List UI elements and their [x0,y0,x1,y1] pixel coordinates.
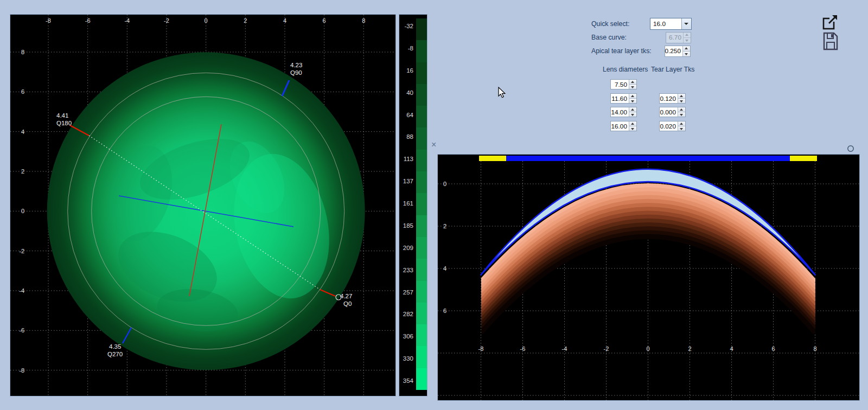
colorbar-scale [416,18,427,390]
lens-diameter-value-2: 11.60 [611,95,627,102]
tear-layer-spinner-1[interactable]: 0.120 [659,93,686,104]
spin-down-button[interactable] [629,85,636,89]
dropdown-arrow-button[interactable] [681,18,691,29]
spin-up-button[interactable] [629,80,636,85]
cross-x-tick-label: 2 [688,345,691,352]
cross-x-tick-label: 4 [730,345,733,352]
annotation-value: 4.35 [109,343,123,351]
diameter-bar-blue [506,156,790,161]
spin-up-button[interactable] [629,94,636,99]
apical-tear-layer-value: 0.250 [665,47,681,55]
annotation-value: 4.23 [290,62,302,69]
topo-y-tick-label: 2 [21,168,24,175]
lens-diameter-spinner-3[interactable]: 14.00 [610,107,637,117]
topography-map-panel[interactable]: -8-6-4-20246886420-2-4-6-8 [10,14,396,396]
lens-diameter-value-3: 14.00 [611,108,627,116]
colorbar-tick-label: 64 [406,112,413,118]
topo-y-tick-label: 8 [21,49,24,55]
spin-up-button[interactable] [682,46,690,52]
spin-up-button[interactable] [629,121,636,126]
spin-down-button[interactable] [629,112,636,117]
spin-down-button [683,38,691,43]
annotation-q0: 4.27 Q0 [340,293,352,308]
colorbar-tick-label: 16 [406,67,413,74]
topo-x-tick-label: 6 [323,17,326,24]
topo-x-tick-label: 0 [205,17,208,24]
cross-x-tick-label: -4 [562,345,567,352]
topo-x-tick-label: 2 [244,17,247,24]
diameter-bar-yellow-left [479,156,506,161]
lens-diameter-spinner-4[interactable]: 16.00 [610,121,637,131]
spin-up-button[interactable] [678,121,685,126]
spin-down-button[interactable] [678,126,685,131]
topo-x-tick-label: 8 [362,17,365,24]
cross-x-tick-label: -8 [478,345,484,352]
spin-down-button[interactable] [629,126,636,131]
annotation-meridian: Q270 [107,351,123,358]
colorbar-tick-label: 257 [403,289,413,296]
topo-y-tick-label: 0 [21,208,24,214]
colorbar-tick-label: 185 [403,222,413,229]
spin-up-button[interactable] [629,107,636,112]
quick-select-combobox[interactable]: 16.0 [650,18,692,30]
spin-down-button[interactable] [682,52,690,57]
topo-y-tick-label: -4 [19,287,24,294]
topo-x-tick-label: 4 [283,17,286,24]
colorbar-tick-label: 137 [403,178,413,184]
mouse-cursor [498,87,507,99]
tear-layer-spinner-2[interactable]: 0.000 [659,107,686,117]
spin-up-button[interactable] [678,94,685,99]
base-curve-spinner: 6.70 [666,32,691,43]
colorbar-tick-label: 113 [404,156,413,162]
cross-x-tick-label: 8 [813,345,816,352]
colorbar-tick-label: 209 [403,245,413,251]
annotation-value: 4.41 [56,112,72,120]
tear-layer-value-2: 0.000 [660,108,676,116]
lens-diameters-header: Lens diameters [603,66,648,73]
circle-icon[interactable] [847,145,854,152]
window-background: { "controls": { "quick_select": {"label"… [0,0,868,410]
topo-x-tick-label: -8 [46,17,51,24]
lens-diameter-spinner-1[interactable]: 7.50 [610,79,637,89]
annotation-q90: 4.23 Q90 [290,62,302,76]
colorbar-tick-label: -32 [404,23,413,29]
tear-layer-value-1: 0.120 [660,95,676,102]
cross-section-panel[interactable]: -8-6-4-2024680246 [437,154,860,401]
lens-diameter-value-1: 7.50 [615,81,627,88]
cross-x-tick-label: 0 [646,345,649,352]
colorbar-tick-label: 40 [406,89,413,96]
spin-down-button[interactable] [629,99,636,104]
colorbar-tick-label: 354 [403,377,413,384]
base-curve-label: Base curve: [591,34,627,41]
spin-down-button[interactable] [678,112,685,117]
spin-down-button[interactable] [678,99,685,104]
tear-layer-value-3: 0.020 [660,123,676,130]
colorbar-tick-label: 161 [403,200,413,207]
topography-map: -8-6-4-20246886420-2-4-6-8 [10,15,395,396]
colorbar-tick-label: -8 [408,45,413,52]
close-icon[interactable]: × [431,140,436,149]
topo-x-tick-label: -6 [85,17,91,24]
topo-y-tick-label: -8 [19,367,24,374]
topo-x-tick-label: -4 [124,17,130,24]
apical-tear-layer-spinner[interactable]: 0.250 [665,46,691,57]
lens-diameter-spinner-2[interactable]: 11.60 [610,93,637,104]
spin-up-button [683,33,691,38]
save-icon[interactable] [822,31,839,51]
colorbar-tick-label: 88 [406,133,413,140]
cross-y-tick-label: 0 [443,181,446,187]
cross-y-tick-label: 2 [443,223,446,229]
cross-x-tick-label: 6 [771,345,775,352]
topo-y-tick-label: -6 [19,327,24,334]
cross-y-tick-label: 6 [443,308,446,314]
colorbar-panel: -32-816406488113137161185209233257282306… [399,14,427,396]
export-icon[interactable] [821,14,839,31]
annotation-meridian: Q0 [343,300,352,308]
spin-up-button[interactable] [678,107,685,112]
annotation-value: 4.27 [340,293,352,300]
tear-layer-spinner-3[interactable]: 0.020 [659,121,686,131]
colorbar-tick-label: 282 [403,311,413,317]
cross-x-tick-label: -2 [604,345,609,352]
annotation-meridian: Q180 [56,120,72,127]
cross-x-tick-label: -6 [520,345,526,352]
